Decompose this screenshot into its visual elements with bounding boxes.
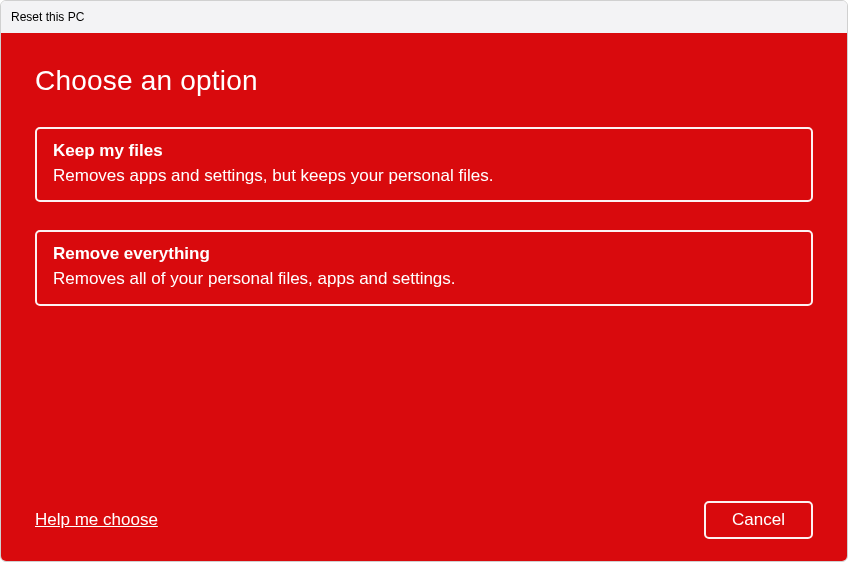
options-list: Keep my files Removes apps and settings,…: [35, 127, 813, 306]
option-title: Remove everything: [53, 242, 795, 267]
option-remove-everything[interactable]: Remove everything Removes all of your pe…: [35, 230, 813, 305]
option-keep-my-files[interactable]: Keep my files Removes apps and settings,…: [35, 127, 813, 202]
help-me-choose-link[interactable]: Help me choose: [35, 510, 158, 530]
option-title: Keep my files: [53, 139, 795, 164]
reset-pc-window: Reset this PC Choose an option Keep my f…: [0, 0, 848, 562]
option-description: Removes all of your personal files, apps…: [53, 267, 795, 292]
window-title: Reset this PC: [11, 10, 84, 24]
footer: Help me choose Cancel: [35, 487, 813, 539]
option-description: Removes apps and settings, but keeps you…: [53, 164, 795, 189]
titlebar: Reset this PC: [1, 1, 847, 33]
content-area: Choose an option Keep my files Removes a…: [1, 33, 847, 561]
cancel-button[interactable]: Cancel: [704, 501, 813, 539]
page-title: Choose an option: [35, 65, 813, 97]
